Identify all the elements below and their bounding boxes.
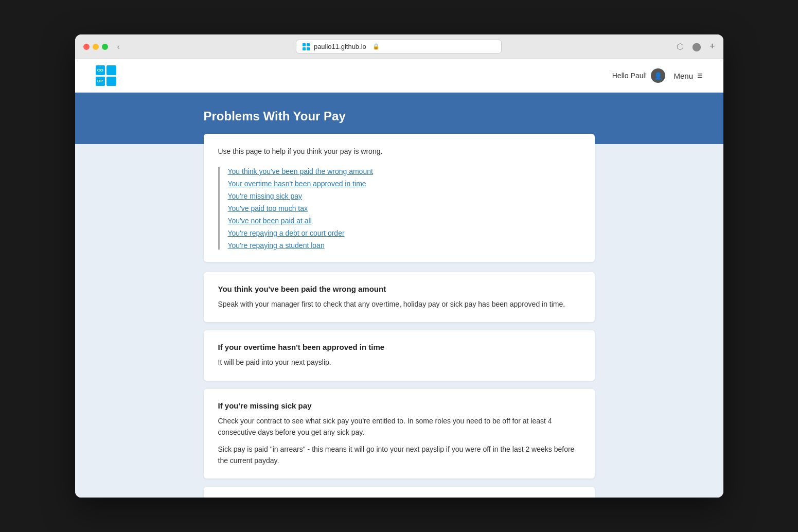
url-bar[interactable]: paulio11.github.io 🔒 <box>296 40 502 54</box>
svg-rect-0 <box>303 43 306 46</box>
menu-button[interactable]: Menu ≡ <box>673 70 702 81</box>
section-text-sick-pay-0: Check your contract to see what sick pay… <box>218 415 580 438</box>
traffic-lights <box>83 44 108 50</box>
share-button[interactable]: ⬡ <box>675 40 686 54</box>
site-header: COOP Hello Paul! 👤 Menu ≡ <box>75 59 723 93</box>
nav-links-list: You think you've been paid the wrong amo… <box>218 167 580 250</box>
greeting-text: Hello Paul! <box>612 72 647 80</box>
menu-label: Menu <box>673 72 693 80</box>
nav-link-overtime[interactable]: Your overtime hasn't been approved in ti… <box>228 180 580 188</box>
browser-actions: ⬡ ⬤ <box>675 40 703 54</box>
coop-logo[interactable]: COOP <box>96 65 116 86</box>
nav-link-wrong-amount[interactable]: You think you've been paid the wrong amo… <box>228 167 580 175</box>
section-title-overtime: If your overtime hasn't been approved in… <box>218 343 580 351</box>
nav-link-not-paid[interactable]: You've not been paid at all <box>228 217 580 225</box>
section-text-overtime-0: It will be paid into your next payslip. <box>218 357 580 368</box>
intro-card: Use this page to help if you think your … <box>204 134 595 262</box>
section-title-sick-pay: If you're missing sick pay <box>218 401 580 410</box>
nav-link-tax[interactable]: You've paid too much tax <box>228 204 580 212</box>
nav-link-sick-pay[interactable]: You're missing sick pay <box>228 192 580 200</box>
hero-content: Problems With Your Pay <box>204 109 595 123</box>
svg-rect-2 <box>303 47 306 50</box>
header-right: Hello Paul! 👤 Menu ≡ <box>612 68 703 83</box>
close-traffic-light[interactable] <box>83 44 90 50</box>
svg-rect-1 <box>307 43 310 46</box>
section-title-wrong-amount: You think you've been paid the wrong amo… <box>218 285 580 293</box>
content-wrapper: Use this page to help if you think your … <box>204 134 595 498</box>
section-tax: If you've paid too much tax Co-op can't … <box>204 487 595 498</box>
browser-window: ‹ paulio11.github.io 🔒 ⬡ ⬤ + COOP <box>75 34 723 498</box>
minimize-traffic-light[interactable] <box>93 44 99 50</box>
section-text-wrong-amount-0: Speak with your manager first to check t… <box>218 298 580 310</box>
hello-user: Hello Paul! 👤 <box>612 68 666 83</box>
url-text: paulio11.github.io <box>314 43 366 50</box>
main-content: Use this page to help if you think your … <box>75 144 723 498</box>
hamburger-icon: ≡ <box>697 70 703 81</box>
nav-link-student-loan[interactable]: You're repaying a student loan <box>228 241 580 250</box>
page-title: Problems With Your Pay <box>204 109 595 123</box>
user-icon-person: 👤 <box>654 72 662 80</box>
user-avatar-icon[interactable]: 👤 <box>651 68 665 83</box>
site-favicon <box>303 43 310 50</box>
section-sick-pay: If you're missing sick pay Check your co… <box>204 389 595 479</box>
maximize-traffic-light[interactable] <box>102 44 108 50</box>
svg-rect-3 <box>307 47 310 50</box>
profile-button[interactable]: ⬤ <box>690 40 703 54</box>
lock-icon: 🔒 <box>373 43 380 50</box>
section-text-sick-pay-1: Sick pay is paid "in arrears" - this mea… <box>218 444 580 467</box>
new-tab-button[interactable]: + <box>710 41 715 52</box>
section-overtime: If your overtime hasn't been approved in… <box>204 330 595 380</box>
nav-link-debt[interactable]: You're repaying a debt or court order <box>228 229 580 237</box>
back-button[interactable]: ‹ <box>114 41 123 52</box>
page-content: COOP Hello Paul! 👤 Menu ≡ Problems With … <box>75 59 723 498</box>
intro-text: Use this page to help if you think your … <box>218 146 580 157</box>
browser-chrome: ‹ paulio11.github.io 🔒 ⬡ ⬤ + <box>75 34 723 59</box>
section-wrong-amount: You think you've been paid the wrong amo… <box>204 272 595 322</box>
address-bar: paulio11.github.io 🔒 <box>129 40 668 54</box>
